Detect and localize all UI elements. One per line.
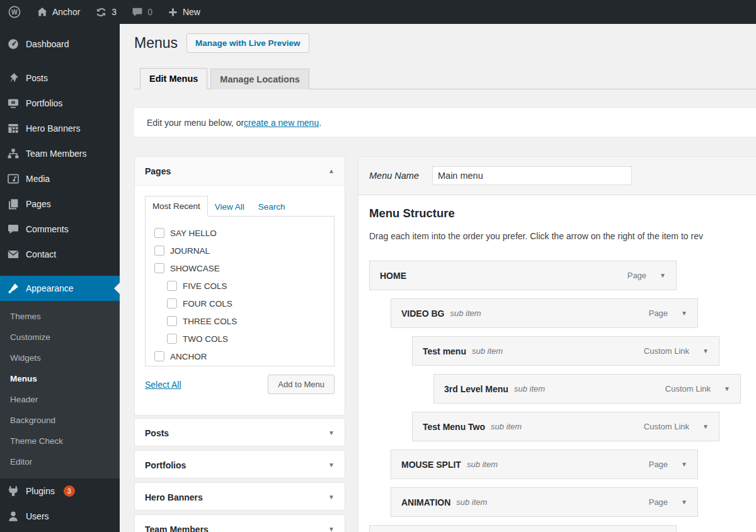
menu-item-test-menu[interactable]: Test menu sub item Custom Link ▼ [412,336,719,366]
checkbox[interactable] [167,298,177,308]
collapse-up-icon[interactable]: ▲ [328,167,335,174]
menu-structure-help: Drag each item into the order you prefer… [369,231,756,241]
item-options-arrow-icon[interactable]: ▼ [656,269,670,281]
page-item-label: FIVE COLS [183,281,227,291]
hero-banners-box-header[interactable]: Hero Banners ▼ [135,483,345,511]
menu-item-subitem-label: sub item [491,422,522,431]
menu-item-partial[interactable] [369,525,677,532]
menu-item-type: Custom Link [644,422,689,431]
menu-item-test-menu-two[interactable]: Test Menu Two sub item Custom Link ▼ [412,412,719,441]
expand-down-icon[interactable]: ▼ [328,494,335,501]
sidebar-item-plugins[interactable]: Plugins 3 [0,478,120,504]
submenu-item-header[interactable]: Header [0,389,120,410]
menu-item-animation[interactable]: ANIMATION sub item Page ▼ [391,487,698,517]
add-to-menu-button[interactable]: Add to Menu [268,375,335,394]
plus-icon [168,7,178,18]
sidebar-item-label: Team Members [26,149,86,159]
sidebar-item-dashboard[interactable]: Dashboard [0,31,120,57]
admin-bar-updates[interactable]: 3 [88,0,124,24]
tab-view-all[interactable]: View All [208,197,251,217]
pages-icon [7,198,20,210]
menu-name-input[interactable] [432,166,632,185]
submenu-item-background[interactable]: Background [0,410,120,431]
item-options-arrow-icon[interactable]: ▼ [720,383,734,395]
pages-box: Pages ▲ Most Recent View All Search SAY … [134,156,345,416]
sidebar-item-comments[interactable]: Comments [0,217,120,242]
expand-down-icon[interactable]: ▼ [328,429,335,436]
team-members-box: Team Members ▼ [134,514,345,532]
updates-count: 3 [112,7,117,17]
manage-live-preview-button[interactable]: Manage with Live Preview [186,33,309,53]
plugins-update-badge: 3 [64,485,75,497]
notice-text-end: . [319,118,321,128]
menu-item-title: VIDEO BG [401,308,444,319]
item-options-arrow-icon[interactable]: ▼ [699,345,713,357]
sidebar-item-appearance[interactable]: Appearance [0,276,120,301]
admin-bar-comments[interactable]: 0 [124,0,160,24]
checkbox[interactable] [167,334,177,344]
admin-bar-new[interactable]: New [160,0,208,24]
checkbox[interactable] [154,246,164,256]
create-new-menu-link[interactable]: create a new menu [244,118,319,128]
team-members-box-header[interactable]: Team Members ▼ [135,515,345,532]
nav-tabs: Edit Menus Manage Locations [134,68,756,89]
sidebar-item-hero-banners[interactable]: Hero Banners [0,116,120,141]
banner-icon [7,122,20,135]
sidebar-item-posts[interactable]: Posts [0,65,120,91]
sidebar-item-label: Contact [26,249,56,259]
expand-down-icon[interactable]: ▼ [328,526,335,532]
menu-item-home[interactable]: HOME Page ▼ [369,261,677,290]
select-all-link[interactable]: Select All [145,380,181,390]
checkbox[interactable] [167,281,177,291]
posts-box-title: Posts [145,428,169,438]
tab-manage-locations[interactable]: Manage Locations [210,69,309,89]
sidebar-item-team-members[interactable]: Team Members [0,141,120,166]
pages-box-header[interactable]: Pages ▲ [135,157,345,186]
submenu-item-themes[interactable]: Themes [0,306,120,327]
posts-box-header[interactable]: Posts ▼ [135,419,345,447]
menu-item-video-bg[interactable]: VIDEO BG sub item Page ▼ [391,298,698,328]
wordpress-icon: W [8,5,21,19]
submenu-item-customize[interactable]: Customize [0,327,120,348]
tab-most-recent[interactable]: Most Recent [145,196,208,217]
home-icon [37,6,48,18]
admin-bar-site-name[interactable]: Anchor [29,0,88,24]
plugins-icon [7,485,20,497]
item-options-arrow-icon[interactable]: ▼ [677,458,691,470]
team-icon [7,147,20,160]
media-icon [7,173,20,185]
page-checkbox-row: SHOWCASE [146,259,334,277]
sidebar-item-label: Hero Banners [26,123,80,133]
sidebar-item-portfolios[interactable]: Portfolios [0,91,120,116]
comments-bubble-icon [132,6,143,18]
submenu-item-menus[interactable]: Menus [0,368,120,389]
item-options-arrow-icon[interactable]: ▼ [677,496,691,508]
menu-structure-title: Menu Structure [369,207,756,220]
menu-item-mouse-split[interactable]: MOUSE SPLIT sub item Page ▼ [391,450,698,479]
dashboard-icon [7,38,20,50]
item-options-arrow-icon[interactable]: ▼ [699,421,713,433]
sidebar-item-users[interactable]: Users [0,504,120,529]
sidebar-item-pages[interactable]: Pages [0,191,120,217]
item-options-arrow-icon[interactable]: ▼ [677,307,691,319]
checkbox[interactable] [154,351,164,361]
expand-down-icon[interactable]: ▼ [328,461,335,468]
sidebar-item-media[interactable]: Media [0,166,120,191]
checkbox[interactable] [154,263,164,273]
menu-item-title: Test menu [423,346,466,356]
checkbox[interactable] [167,316,177,326]
menu-item-subitem-label: sub item [450,308,481,318]
portfolios-box: Portfolios ▼ [134,450,345,478]
page-checkbox-row: ANCHOR [146,348,334,365]
wordpress-logo-button[interactable]: W [0,0,29,24]
sidebar-item-contact[interactable]: Contact [0,242,120,267]
submenu-item-theme-check[interactable]: Theme Check [0,431,120,451]
tab-edit-menus[interactable]: Edit Menus [140,68,207,89]
checkbox[interactable] [154,228,164,238]
submenu-item-widgets[interactable]: Widgets [0,348,120,368]
menu-item-type: Page [649,308,668,318]
submenu-item-editor[interactable]: Editor [0,451,120,472]
menu-item-3rd-level-menu[interactable]: 3rd Level Menu sub item Custom Link ▼ [433,374,741,404]
portfolios-box-header[interactable]: Portfolios ▼ [135,451,345,479]
tab-search[interactable]: Search [251,197,292,217]
